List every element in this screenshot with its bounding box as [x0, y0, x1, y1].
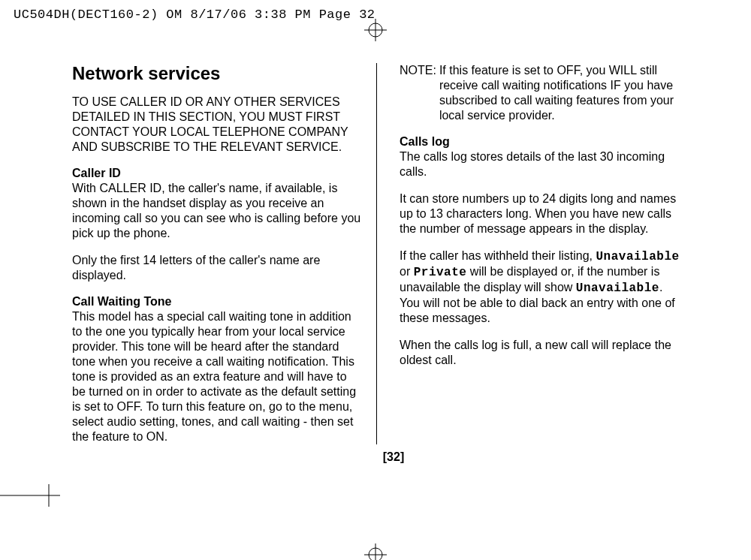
- caller-id-para-1: With CALLER ID, the caller's name, if av…: [72, 181, 361, 241]
- print-file-header: UC504DH(DECT160-2) OM 8/17/06 3:38 PM Pa…: [14, 8, 376, 22]
- mono-unavailable-1: Unavailable: [596, 250, 679, 263]
- page-content: Network services TO USE CALLER ID OR ANY…: [72, 63, 715, 521]
- note-block: NOTE: If this feature is set to OFF, you…: [400, 63, 680, 123]
- mono-unavailable-2: Unavailable: [576, 282, 659, 295]
- caller-id-para-2: Only the first 14 letters of the caller'…: [72, 253, 361, 283]
- note-text: If this feature is set to OFF, you WILL …: [439, 63, 680, 123]
- calls-log-para-2: It can store numbers up to 24 digits lon…: [400, 191, 680, 236]
- note-label: NOTE:: [400, 63, 439, 123]
- page-number: [32]: [72, 450, 715, 464]
- right-column: NOTE: If this feature is set to OFF, you…: [376, 63, 680, 444]
- calls-log-heading: Calls log: [400, 135, 680, 149]
- crop-mark-bottom: [364, 543, 387, 560]
- calls-log-withheld-para: If the caller has withheld their listing…: [400, 248, 680, 326]
- crop-mark-top: [364, 19, 387, 41]
- call-waiting-para: This model has a special call waiting to…: [72, 309, 361, 444]
- crop-mark-left: [0, 484, 60, 507]
- page-title: Network services: [72, 63, 361, 84]
- left-column: Network services TO USE CALLER ID OR ANY…: [72, 63, 376, 444]
- calls-log-para-1: The calls log stores details of the last…: [400, 149, 680, 179]
- calls-log-full-para: When the calls log is full, a new call w…: [400, 338, 680, 368]
- withheld-mid1: or: [400, 265, 414, 278]
- intro-text: TO USE CALLER ID OR ANY OTHER SERVICES D…: [72, 95, 361, 155]
- mono-private: Private: [414, 266, 467, 279]
- withheld-pre: If the caller has withheld their listing…: [400, 249, 596, 262]
- caller-id-heading: Caller ID: [72, 167, 361, 180]
- call-waiting-heading: Call Waiting Tone: [72, 295, 361, 309]
